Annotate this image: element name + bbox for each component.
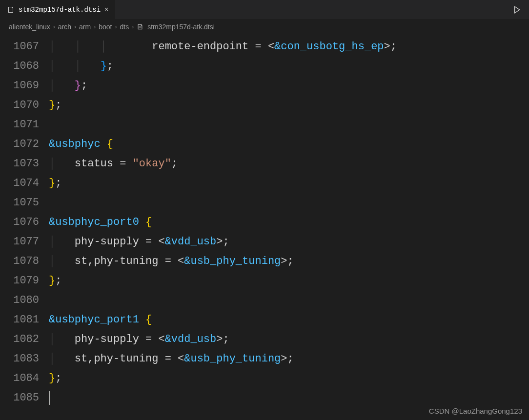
code-area[interactable]: │ │ │ remote-endpoint = <&con_usbotg_hs_…	[49, 34, 397, 420]
code-line[interactable]	[49, 193, 397, 213]
code-token	[139, 216, 145, 228]
code-token: >;	[384, 40, 397, 53]
code-token: "okay"	[133, 158, 171, 170]
code-token: phy-supply = <	[75, 333, 165, 345]
code-token: }	[49, 372, 55, 384]
line-number: 1073	[0, 154, 39, 174]
code-token: >;	[216, 236, 229, 248]
chevron-right-icon: ›	[94, 23, 96, 30]
code-token: }	[49, 177, 55, 189]
breadcrumb-item[interactable]: alientek_linux	[9, 23, 50, 31]
watermark: CSDN @LaoZhangGong123	[429, 407, 522, 415]
line-number: 1072	[0, 135, 39, 154]
code-token: {	[145, 216, 152, 228]
code-token: │	[49, 158, 75, 170]
code-line[interactable]: │ phy-supply = <&vdd_usb>;	[49, 330, 397, 349]
code-line[interactable]: };	[49, 96, 397, 115]
code-line[interactable]	[49, 115, 397, 135]
code-token: }	[49, 275, 55, 287]
tab-active[interactable]: stm32mp157d-atk.dtsi ×	[0, 0, 116, 19]
line-number: 1077	[0, 232, 39, 252]
line-number: 1084	[0, 369, 39, 388]
code-token: &usbphyc_port1	[49, 314, 139, 326]
close-icon[interactable]: ×	[104, 6, 108, 14]
code-token: ;	[107, 60, 113, 72]
line-number: 1070	[0, 96, 39, 115]
line-number: 1075	[0, 193, 39, 213]
code-line[interactable]: };	[49, 271, 397, 291]
code-token: &usbphyc	[49, 138, 101, 150]
code-token: │ │ │	[49, 40, 126, 53]
breadcrumb-item[interactable]: dts	[120, 23, 129, 31]
code-token: &usb_phy_tuning	[184, 255, 281, 267]
breadcrumb-file[interactable]: stm32mp157d-atk.dtsi	[147, 23, 215, 31]
code-token: ;	[55, 275, 61, 287]
line-number: 1079	[0, 271, 39, 291]
code-line[interactable]	[49, 291, 397, 310]
code-token: │	[49, 255, 75, 267]
breadcrumb-item[interactable]: boot	[99, 23, 112, 31]
code-token: &con_usbotg_hs_ep	[274, 40, 384, 53]
code-line[interactable]: };	[49, 174, 397, 193]
code-line[interactable]: │ st,phy-tuning = <&usb_phy_tuning>;	[49, 349, 397, 369]
line-number: 1085	[0, 388, 39, 408]
code-token: &vdd_usb	[165, 236, 217, 248]
line-number: 1076	[0, 213, 39, 232]
code-token: phy-supply = <	[75, 236, 165, 248]
code-line[interactable]: │ };	[49, 76, 397, 96]
line-number: 1080	[0, 291, 39, 310]
chevron-right-icon: ›	[132, 23, 134, 30]
file-icon	[137, 23, 143, 30]
code-token: st,phy-tuning = <	[75, 255, 184, 267]
code-token: {	[145, 314, 152, 326]
code-line[interactable]: │ phy-supply = <&vdd_usb>;	[49, 232, 397, 252]
code-token: {	[107, 138, 113, 150]
code-token	[139, 314, 145, 326]
breadcrumb-item[interactable]: arm	[79, 23, 91, 31]
code-token: }	[49, 99, 55, 111]
line-number: 1068	[0, 57, 39, 76]
code-token: }	[101, 60, 107, 72]
line-number: 1078	[0, 252, 39, 271]
code-line[interactable]: &usbphyc_port1 {	[49, 310, 397, 330]
chevron-right-icon: ›	[53, 23, 55, 30]
code-token: st,phy-tuning = <	[75, 353, 184, 365]
code-token: &usbphyc_port0	[49, 216, 139, 228]
chevron-right-icon: ›	[115, 23, 117, 30]
breadcrumbs: alientek_linux › arch › arm › boot › dts…	[0, 20, 529, 34]
code-line[interactable]: │ status = "okay";	[49, 154, 397, 174]
code-token: }	[75, 80, 81, 92]
code-token: &vdd_usb	[165, 333, 217, 345]
code-token: │	[49, 236, 75, 248]
line-number: 1067	[0, 37, 39, 57]
code-token: ;	[81, 80, 87, 92]
line-number: 1081	[0, 310, 39, 330]
code-line[interactable]	[49, 388, 397, 408]
breadcrumb-item[interactable]: arch	[58, 23, 71, 31]
code-token: ;	[55, 372, 61, 384]
code-line[interactable]: │ │ │ remote-endpoint = <&con_usbotg_hs_…	[49, 37, 397, 57]
editor[interactable]: 1067106810691070107110721073107410751076…	[0, 34, 529, 420]
file-icon	[7, 6, 15, 14]
code-line[interactable]: &usbphyc {	[49, 135, 397, 154]
chevron-right-icon: ›	[74, 23, 76, 30]
code-line[interactable]: │ st,phy-tuning = <&usb_phy_tuning>;	[49, 252, 397, 271]
line-number: 1069	[0, 76, 39, 96]
code-line[interactable]: │ │ };	[49, 57, 397, 76]
code-token: remote-endpoint = <	[126, 40, 274, 53]
code-token: │	[49, 80, 75, 92]
line-number: 1083	[0, 349, 39, 369]
code-line[interactable]: };	[49, 369, 397, 388]
code-token: │	[49, 353, 75, 365]
run-icon[interactable]	[512, 5, 521, 14]
code-token: ;	[171, 158, 178, 170]
tab-filename: stm32mp157d-atk.dtsi	[19, 6, 101, 14]
line-number: 1071	[0, 115, 39, 135]
code-line[interactable]: &usbphyc_port0 {	[49, 213, 397, 232]
code-token: status =	[75, 158, 133, 170]
titlebar: stm32mp157d-atk.dtsi ×	[0, 0, 529, 20]
text-cursor	[49, 391, 50, 405]
line-number-gutter: 1067106810691070107110721073107410751076…	[0, 34, 49, 420]
code-token: >;	[216, 333, 229, 345]
line-number: 1082	[0, 330, 39, 349]
